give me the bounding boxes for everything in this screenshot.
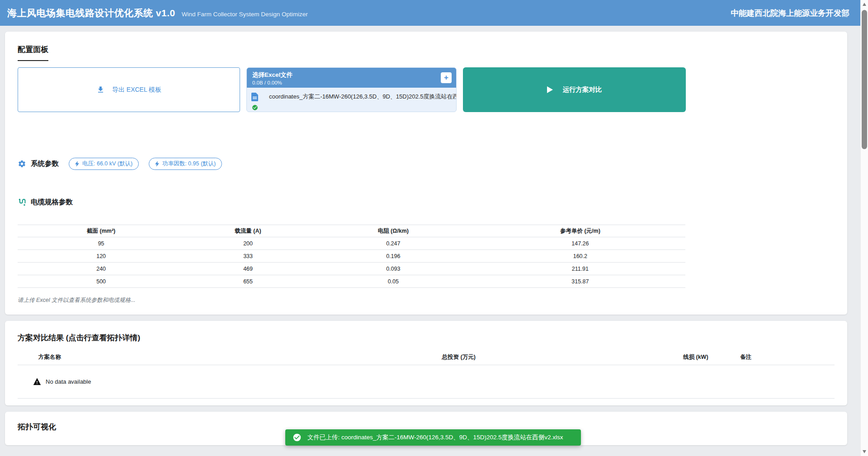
cell-resistance: 0.247 <box>311 237 475 250</box>
results-header-row: 方案名称 总投资 (万元) 线损 (kW) 备注 <box>18 350 835 365</box>
check-circle-icon <box>292 433 302 442</box>
col-header-line-loss: 线损 (kW) <box>655 350 736 365</box>
add-file-button[interactable]: + <box>441 72 452 83</box>
cable-table-header-row: 截面 (mm²) 载流量 (A) 电阻 (Ω/km) 参考单价 (元/m) <box>18 225 685 237</box>
results-table: 方案名称 总投资 (万元) 线损 (kW) 备注 No data availab… <box>18 350 835 399</box>
warning-icon <box>33 378 41 385</box>
col-header-scheme-name: 方案名称 <box>18 350 263 365</box>
upload-progress-text: 0.0B / 0.00% <box>252 80 451 85</box>
voltage-badge[interactable]: 电压: 66.0 kV (默认) <box>69 158 139 170</box>
export-template-button[interactable]: 导出 EXCEL 模板 <box>18 67 240 112</box>
cell-unit-price: 211.91 <box>475 263 685 275</box>
file-upload-body: coordinates_方案二-16MW-260(126,3.5D、9D、15D… <box>247 88 456 111</box>
scrollbar-down-arrow[interactable] <box>863 450 866 453</box>
results-card: 方案对比结果 (点击行查看拓扑详情) 方案名称 总投资 (万元) 线损 (kW)… <box>5 321 847 405</box>
cell-section: 95 <box>18 237 184 250</box>
uploaded-file-name: coordinates_方案二-16MW-260(126,3.5D、9D、15D… <box>269 93 457 101</box>
file-upload-widget: 选择Excel文件 0.0B / 0.00% + coordinates_方案二… <box>246 67 457 112</box>
system-params-title: 系统参数 <box>31 159 59 169</box>
export-template-label: 导出 EXCEL 模板 <box>112 86 161 94</box>
voltage-badge-label: 电压: 66.0 kV (默认) <box>82 160 132 168</box>
app-title: 海上风电场集电线路设计优化系统 v1.0 <box>7 7 175 19</box>
lightning-icon <box>75 161 79 167</box>
table-row: 240 469 0.093 211.91 <box>18 263 685 275</box>
toast-message: 文件已上传: coordinates_方案二-16MW-260(126,3.5D… <box>307 433 563 442</box>
cell-ampacity: 200 <box>184 237 311 250</box>
app-header: 海上风电场集电线路设计优化系统 v1.0 Wind Farm Collector… <box>0 0 860 26</box>
cell-resistance: 0.093 <box>311 263 475 275</box>
scrollbar[interactable] <box>860 0 868 456</box>
cell-resistance: 0.196 <box>311 250 475 263</box>
upload-hint-note: 请上传 Excel 文件以查看系统参数和电缆规格... <box>18 296 835 304</box>
cell-section: 240 <box>18 263 184 275</box>
cell-ampacity: 469 <box>184 263 311 275</box>
organization-name: 中能建西北院海上能源业务开发部 <box>731 8 850 19</box>
cell-unit-price: 147.26 <box>475 237 685 250</box>
file-upload-title: 选择Excel文件 <box>252 71 451 79</box>
app-subtitle: Wind Farm Collector System Design Optimi… <box>182 11 308 18</box>
cell-ampacity: 655 <box>184 275 311 288</box>
lightning-icon <box>155 161 159 167</box>
cell-section: 500 <box>18 275 184 288</box>
cell-resistance: 0.05 <box>311 275 475 288</box>
no-data-label: No data available <box>46 378 91 385</box>
cable-specs-header: 电缆规格参数 <box>18 196 835 208</box>
col-header-total-investment: 总投资 (万元) <box>263 350 655 365</box>
uploaded-file-row[interactable]: coordinates_方案二-16MW-260(126,3.5D、9D、15D… <box>251 90 452 103</box>
config-action-row: 导出 EXCEL 模板 选择Excel文件 0.0B / 0.00% + <box>18 67 835 112</box>
cell-ampacity: 333 <box>184 250 311 263</box>
cable-icon <box>18 198 26 207</box>
table-row: 120 333 0.196 160.2 <box>18 250 685 263</box>
upload-success-check-icon <box>252 104 452 111</box>
cell-unit-price: 160.2 <box>475 250 685 263</box>
col-header-section: 截面 (mm²) <box>18 225 184 237</box>
no-data-row: No data available <box>18 378 835 385</box>
results-title: 方案对比结果 (点击行查看拓扑详情) <box>18 333 835 343</box>
play-icon <box>547 86 553 93</box>
cable-specs-table: 截面 (mm²) 载流量 (A) 电阻 (Ω/km) 参考单价 (元/m) 95… <box>18 225 685 288</box>
download-icon <box>96 85 105 94</box>
cell-unit-price: 315.87 <box>475 275 685 288</box>
col-header-remark: 备注 <box>736 350 835 365</box>
cell-section: 120 <box>18 250 184 263</box>
gear-icon <box>18 160 26 168</box>
upload-success-toast: 文件已上传: coordinates_方案二-16MW-260(126,3.5D… <box>285 429 581 446</box>
cable-specs-title: 电缆规格参数 <box>31 197 73 207</box>
run-comparison-button[interactable]: 运行方案对比 <box>463 67 686 112</box>
config-panel-card: 配置面板 导出 EXCEL 模板 选择Excel文件 0.0B / 0.00% … <box>5 32 847 315</box>
power-factor-badge[interactable]: 功率因数: 0.95 (默认) <box>149 158 222 170</box>
scrollbar-thumb[interactable] <box>862 10 867 149</box>
system-params-row: 系统参数 电压: 66.0 kV (默认) 功率因数: 0.95 (默认) <box>18 157 835 170</box>
scrollbar-up-arrow[interactable] <box>863 3 866 6</box>
col-header-ampacity: 载流量 (A) <box>184 225 311 237</box>
col-header-unit-price: 参考单价 (元/m) <box>475 225 685 237</box>
col-header-resistance: 电阻 (Ω/km) <box>311 225 475 237</box>
empty-results-row: No data available <box>18 365 835 398</box>
table-row: 500 655 0.05 315.87 <box>18 275 685 288</box>
power-factor-badge-label: 功率因数: 0.95 (默认) <box>162 160 216 168</box>
file-upload-header: 选择Excel文件 0.0B / 0.00% <box>247 68 456 88</box>
table-row: 95 200 0.247 147.26 <box>18 237 685 250</box>
run-comparison-label: 运行方案对比 <box>563 85 602 94</box>
config-panel-title: 配置面板 <box>18 44 835 61</box>
file-icon <box>251 93 258 101</box>
